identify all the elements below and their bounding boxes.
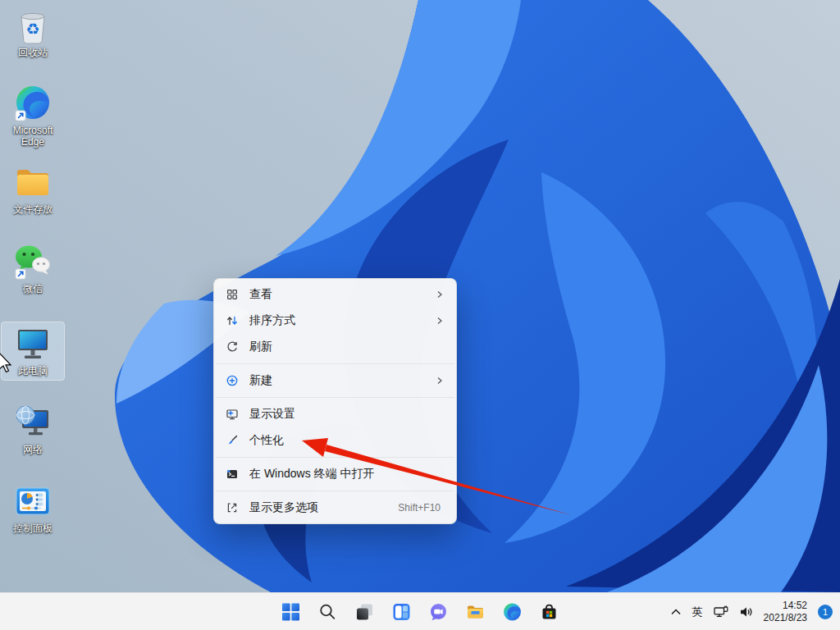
taskbar: 英 14:52 2021/8/23 1 [0, 592, 840, 630]
volume-tray-icon[interactable] [739, 606, 753, 618]
file-explorer-button[interactable] [465, 601, 486, 623]
menu-item-view[interactable]: 查看 [217, 281, 454, 308]
desktop-icon-recycle-bin[interactable]: ♻ 回收站 [2, 4, 64, 62]
tray-time: 14:52 [764, 600, 807, 612]
tray-date: 2021/8/23 [764, 612, 807, 624]
wechat-icon [14, 243, 52, 281]
menu-item-label: 在 Windows 终端 中打开 [249, 467, 447, 482]
desktop-icon-label: 此电脑 [18, 365, 48, 377]
search-icon [318, 602, 338, 622]
new-plus-icon [226, 374, 239, 387]
view-grid-icon [226, 288, 239, 301]
tray-chevron-up-icon[interactable] [670, 607, 682, 617]
display-settings-icon [226, 408, 239, 421]
menu-item-label: 刷新 [249, 340, 447, 354]
desktop-icon-control-panel[interactable]: 控制面板 [2, 480, 64, 537]
control-panel-icon [14, 482, 52, 520]
menu-item-label: 新建 [249, 373, 436, 388]
widgets-button[interactable] [391, 601, 413, 623]
taskbar-center-group [281, 593, 560, 630]
personalize-brush-icon [226, 434, 239, 447]
menu-item-personalize[interactable]: 个性化 [217, 427, 454, 454]
edge-icon [503, 602, 523, 622]
desktop-icon-label: 控制面板 [13, 523, 52, 534]
desktop-context-menu: 查看 排序方式 刷新 新建 [213, 278, 457, 524]
desktop-icon-label: 回收站 [18, 47, 48, 58]
menu-item-sort-by[interactable]: 排序方式 [217, 308, 454, 334]
store-button[interactable] [539, 601, 560, 623]
desktop-icon-wechat[interactable]: 微信 [2, 240, 64, 298]
task-view-icon [355, 602, 375, 622]
task-view-button[interactable] [354, 601, 376, 623]
menu-item-shortcut: Shift+F10 [398, 502, 441, 514]
tray-clock[interactable]: 14:52 2021/8/23 [764, 600, 807, 624]
menu-item-new[interactable]: 新建 [217, 368, 454, 394]
terminal-icon [226, 468, 239, 481]
chevron-right-icon [436, 377, 444, 385]
desktop-icon-label: 文件存放 [13, 203, 52, 215]
store-icon [540, 602, 559, 622]
search-button[interactable] [317, 601, 339, 623]
network-icon [14, 404, 52, 441]
notification-badge[interactable]: 1 [818, 605, 833, 619]
menu-item-open-in-terminal[interactable]: 在 Windows 终端 中打开 [217, 461, 454, 487]
svg-text:♻: ♻ [25, 21, 39, 38]
recycle-bin-icon: ♻ [14, 7, 52, 44]
menu-item-refresh[interactable]: 刷新 [217, 334, 454, 360]
menu-separator [216, 491, 454, 491]
menu-item-label: 查看 [249, 287, 436, 302]
windows-start-icon [281, 602, 301, 622]
file-explorer-icon [466, 602, 486, 622]
chat-button[interactable] [428, 601, 450, 623]
this-pc-icon [14, 325, 52, 363]
desktop-icon-label: 微信 [23, 283, 43, 294]
network-tray-icon[interactable] [714, 605, 728, 618]
edge-icon [14, 84, 52, 122]
menu-item-label: 个性化 [249, 433, 447, 448]
desktop-icon-label: 网络 [23, 444, 43, 455]
chat-icon [429, 602, 449, 622]
desktop-icon-file-storage[interactable]: 文件存放 [2, 161, 64, 218]
menu-item-label: 排序方式 [249, 313, 436, 328]
folder-icon [14, 163, 52, 201]
sort-icon [226, 314, 239, 327]
desktop-icon-network[interactable]: 网络 [2, 401, 64, 459]
menu-separator [216, 457, 454, 458]
show-more-icon [226, 501, 239, 514]
menu-item-label: 显示更多选项 [249, 500, 398, 515]
menu-item-display-settings[interactable]: 显示设置 [217, 401, 454, 427]
edge-button[interactable] [502, 601, 523, 623]
menu-item-label: 显示设置 [249, 407, 447, 422]
menu-separator [216, 363, 454, 364]
start-button[interactable] [281, 601, 302, 623]
widgets-icon [392, 602, 412, 622]
mouse-cursor [0, 351, 12, 374]
chevron-right-icon [436, 317, 444, 325]
menu-separator [216, 397, 454, 398]
desktop-icon-label: Microsoft Edge [2, 125, 63, 148]
language-indicator[interactable]: 英 [692, 605, 703, 619]
menu-item-show-more-options[interactable]: 显示更多选项 Shift+F10 [217, 495, 454, 521]
refresh-icon [226, 340, 239, 354]
system-tray: 英 14:52 2021/8/23 1 [670, 593, 833, 630]
chevron-right-icon [436, 290, 444, 299]
desktop-icon-microsoft-edge[interactable]: Microsoft Edge [2, 82, 64, 151]
